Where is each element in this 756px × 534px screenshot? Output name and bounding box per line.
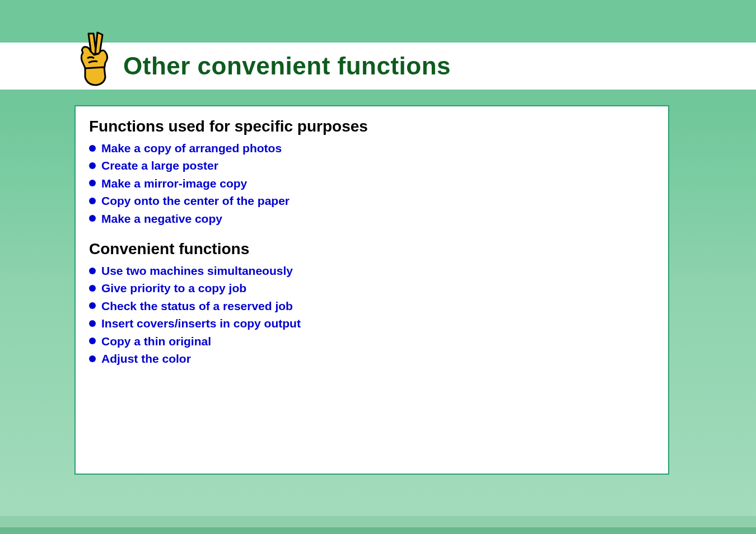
link-list-convenient: Use two machines simultaneously Give pri… — [89, 263, 655, 367]
page-root: Other convenient functions Functions use… — [0, 0, 756, 534]
link-text: Copy a thin original — [101, 333, 211, 349]
link-text: Adjust the color — [101, 350, 191, 367]
footer-stripe — [0, 527, 756, 534]
link-text: Copy onto the center of the paper — [101, 193, 290, 209]
bullet-icon — [89, 198, 96, 204]
link-text: Insert covers/inserts in copy output — [101, 315, 301, 331]
link-item[interactable]: Copy onto the center of the paper — [89, 193, 655, 209]
bullet-icon — [89, 215, 96, 222]
link-text: Use two machines simultaneously — [101, 263, 293, 279]
bullet-icon — [89, 302, 96, 309]
link-item[interactable]: Adjust the color — [89, 350, 655, 367]
link-item[interactable]: Use two machines simultaneously — [89, 263, 655, 279]
link-text: Give priority to a copy job — [101, 280, 246, 296]
title-band: Other convenient functions — [0, 43, 756, 90]
link-text: Create a large poster — [101, 157, 218, 174]
section-heading-convenient: Convenient functions — [89, 240, 655, 258]
link-text: Make a copy of arranged photos — [101, 140, 282, 156]
bullet-icon — [89, 268, 96, 274]
link-item[interactable]: Make a mirror-image copy — [89, 175, 655, 191]
link-item[interactable]: Copy a thin original — [89, 333, 655, 349]
link-text: Make a mirror-image copy — [101, 175, 247, 191]
link-item[interactable]: Make a negative copy — [89, 210, 655, 227]
bullet-icon — [89, 285, 96, 292]
peace-hand-icon — [72, 30, 116, 88]
link-list-specific: Make a copy of arranged photos Create a … — [89, 140, 655, 227]
bullet-icon — [89, 145, 96, 152]
link-item[interactable]: Check the status of a reserved job — [89, 298, 655, 314]
link-item[interactable]: Make a copy of arranged photos — [89, 140, 655, 156]
bullet-icon — [89, 355, 96, 362]
link-item[interactable]: Create a large poster — [89, 157, 655, 174]
link-item[interactable]: Insert covers/inserts in copy output — [89, 315, 655, 331]
section-heading-specific: Functions used for specific purposes — [89, 118, 655, 135]
link-text: Check the status of a reserved job — [101, 298, 293, 314]
page-title: Other convenient functions — [123, 52, 451, 80]
link-text: Make a negative copy — [101, 210, 222, 227]
link-item[interactable]: Give priority to a copy job — [89, 280, 655, 296]
bullet-icon — [89, 338, 96, 344]
content-panel: Functions used for specific purposes Mak… — [74, 105, 669, 475]
footer-stripe — [0, 516, 756, 527]
bullet-icon — [89, 320, 96, 327]
bullet-icon — [89, 162, 96, 169]
bullet-icon — [89, 180, 96, 186]
